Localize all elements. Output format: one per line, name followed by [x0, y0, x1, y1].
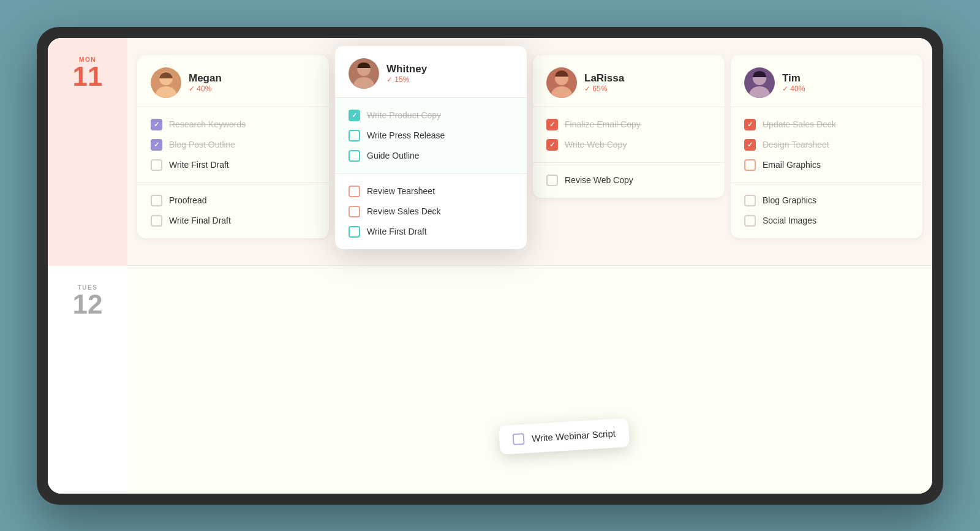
label-research-keywords: Research Keywords [169, 119, 246, 129]
label-social-images: Social Images [763, 216, 816, 225]
tim-card: Tim ✓ 40% ✓ Update Sales Deck ✓ Design T… [731, 55, 922, 238]
task-write-first-draft-whitney[interactable]: Write First Draft [349, 222, 513, 242]
cb-email-graphics[interactable] [744, 159, 756, 171]
tim-completion: ✓ 40% [782, 85, 805, 93]
cb-blog-graphics[interactable] [744, 195, 756, 206]
cb-review-tearsheet[interactable] [349, 186, 360, 197]
task-blog-post-outline[interactable]: ✓ Blog Post Outline [151, 135, 315, 155]
cb-revise-web-copy[interactable] [546, 175, 558, 186]
task-write-final-draft[interactable]: Write Final Draft [151, 211, 315, 231]
label-blog-graphics: Blog Graphics [763, 195, 816, 205]
label-write-web-copy: Write Web Copy [565, 140, 627, 149]
label-write-press-release: Write Press Release [367, 130, 445, 140]
label-write-final-draft: Write Final Draft [169, 216, 231, 225]
cb-research-keywords[interactable]: ✓ [151, 119, 162, 130]
whitney-info: Whitney ✓ 15% [386, 63, 427, 84]
cb-design-tearsheet[interactable]: ✓ [744, 139, 756, 151]
megan-card: Megan ✓ 40% ✓ Research Keywords ✓ Blog P… [137, 55, 329, 238]
cb-update-sales-deck[interactable]: ✓ [744, 119, 756, 130]
cb-guide-outline[interactable] [349, 150, 360, 162]
label-blog-post-outline: Blog Post Outline [169, 140, 235, 149]
tim-tuesday-section: Blog Graphics Social Images [731, 183, 922, 238]
label-review-tearsheet: Review Tearsheet [367, 186, 435, 196]
label-finalize-email-copy: Finalize Email Copy [565, 119, 641, 129]
task-proofread[interactable]: Proofread [151, 190, 315, 211]
megan-tuesday-section: Proofread Write Final Draft [137, 183, 329, 238]
task-write-web-copy[interactable]: ✓ Write Web Copy [546, 135, 711, 155]
whitney-monday-section: ✓ Write Product Copy Write Press Release… [335, 98, 527, 174]
device-screen: MON 11 TUES 12 [48, 38, 932, 494]
whitney-completion: ✓ 15% [386, 75, 427, 84]
tue-number: 12 [73, 291, 103, 318]
whitney-header: Whitney ✓ 15% [335, 46, 527, 98]
task-review-sales-deck[interactable]: Review Sales Deck [349, 201, 513, 222]
whitney-card: Whitney ✓ 15% ✓ Write Product Copy Write… [335, 46, 527, 249]
task-guide-outline[interactable]: Guide Outline [349, 146, 513, 166]
larissa-monday-section: ✓ Finalize Email Copy ✓ Write Web Copy [533, 107, 725, 163]
tim-monday-section: ✓ Update Sales Deck ✓ Design Tearsheet E… [731, 107, 922, 183]
task-write-product-copy[interactable]: ✓ Write Product Copy [349, 105, 513, 126]
label-email-graphics: Email Graphics [763, 160, 821, 170]
cb-blog-post-outline[interactable]: ✓ [151, 139, 162, 151]
tim-header: Tim ✓ 40% [731, 55, 922, 107]
larissa-name: LaRissa [584, 72, 624, 85]
whitney-avatar [349, 58, 379, 89]
task-revise-web-copy[interactable]: Revise Web Copy [546, 170, 711, 190]
monday-block: MON 11 [48, 38, 127, 266]
label-update-sales-deck: Update Sales Deck [763, 119, 836, 129]
label-revise-web-copy: Revise Web Copy [565, 175, 633, 185]
task-research-keywords[interactable]: ✓ Research Keywords [151, 115, 315, 135]
floating-task-label: Write Webinar Script [532, 427, 616, 443]
label-write-first-draft-whitney: Write First Draft [367, 227, 427, 236]
task-design-tearsheet[interactable]: ✓ Design Tearsheet [744, 135, 909, 155]
larissa-avatar [546, 67, 577, 98]
tim-info: Tim ✓ 40% [782, 72, 805, 93]
cb-finalize-email-copy[interactable]: ✓ [546, 119, 558, 130]
cb-proofread[interactable] [151, 195, 162, 206]
label-proofread: Proofread [169, 195, 206, 205]
label-review-sales-deck: Review Sales Deck [367, 206, 441, 216]
megan-monday-section: ✓ Research Keywords ✓ Blog Post Outline … [137, 107, 329, 183]
tim-avatar [744, 67, 775, 98]
megan-info: Megan ✓ 40% [189, 72, 222, 93]
cb-write-product-copy[interactable]: ✓ [349, 110, 360, 121]
cb-write-first-draft-megan[interactable] [151, 159, 162, 171]
cards-area: Megan ✓ 40% ✓ Research Keywords ✓ Blog P… [127, 38, 932, 494]
tuesday-block: TUES 12 [48, 266, 127, 494]
larissa-tuesday-section: Revise Web Copy [533, 163, 725, 198]
task-write-press-release[interactable]: Write Press Release [349, 126, 513, 146]
cb-floating[interactable] [513, 432, 525, 445]
cb-write-first-draft-whitney[interactable] [349, 226, 360, 238]
date-strip: MON 11 TUES 12 [48, 38, 127, 494]
task-blog-graphics[interactable]: Blog Graphics [744, 190, 909, 211]
task-email-graphics[interactable]: Email Graphics [744, 155, 909, 175]
device-frame: MON 11 TUES 12 [37, 27, 943, 505]
larissa-header: LaRissa ✓ 65% [533, 55, 725, 107]
task-finalize-email-copy[interactable]: ✓ Finalize Email Copy [546, 115, 711, 135]
task-update-sales-deck[interactable]: ✓ Update Sales Deck [744, 115, 909, 135]
mon-number: 11 [73, 63, 103, 90]
megan-avatar [151, 67, 181, 98]
tim-name: Tim [782, 72, 805, 85]
cb-review-sales-deck[interactable] [349, 206, 360, 217]
label-write-first-draft-megan: Write First Draft [169, 160, 229, 170]
larissa-info: LaRissa ✓ 65% [584, 72, 624, 93]
cb-write-web-copy[interactable]: ✓ [546, 139, 558, 151]
label-design-tearsheet: Design Tearsheet [763, 140, 829, 149]
cb-social-images[interactable] [744, 215, 756, 227]
task-social-images[interactable]: Social Images [744, 211, 909, 231]
larissa-card: LaRissa ✓ 65% ✓ Finalize Email Copy ✓ Wr… [533, 55, 725, 198]
megan-completion: ✓ 40% [189, 85, 222, 93]
task-review-tearsheet[interactable]: Review Tearsheet [349, 181, 513, 201]
megan-header: Megan ✓ 40% [137, 55, 329, 107]
larissa-completion: ✓ 65% [584, 85, 624, 93]
whitney-name: Whitney [386, 63, 427, 75]
label-guide-outline: Guide Outline [367, 151, 420, 160]
megan-name: Megan [189, 72, 222, 85]
label-write-product-copy: Write Product Copy [367, 110, 441, 120]
cb-write-final-draft[interactable] [151, 215, 162, 227]
cb-write-press-release[interactable] [349, 130, 360, 141]
whitney-tuesday-section: Review Tearsheet Review Sales Deck Write… [335, 174, 527, 249]
task-write-first-draft-megan[interactable]: Write First Draft [151, 155, 315, 175]
